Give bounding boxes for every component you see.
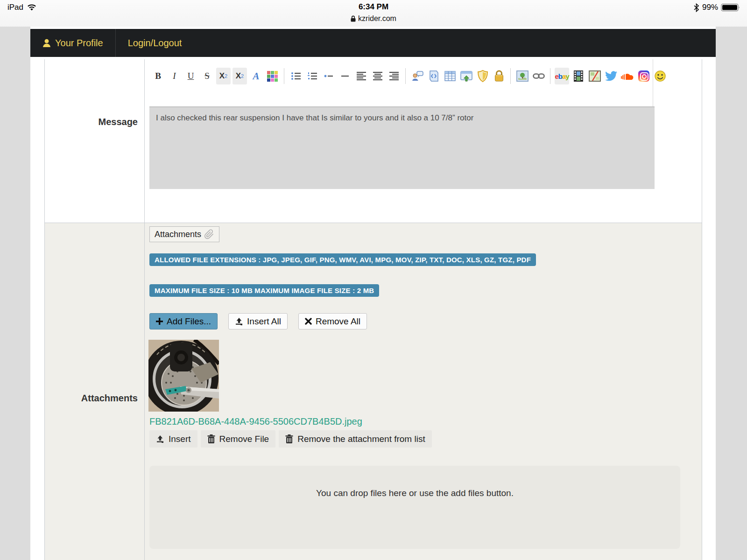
user-icon	[42, 39, 51, 48]
attachments-toggle-button[interactable]: Attachments	[149, 226, 219, 242]
align-right-icon[interactable]	[387, 68, 401, 84]
rich-text-toolbar: B I U S X2 X2 A	[151, 66, 683, 86]
lock-icon[interactable]	[492, 68, 506, 84]
indent-icon[interactable]	[321, 68, 336, 84]
remove-file-button[interactable]: Remove File	[201, 430, 276, 448]
map-icon[interactable]	[587, 68, 602, 84]
align-left-icon[interactable]	[354, 68, 368, 84]
bulleted-list-icon[interactable]	[289, 68, 303, 84]
x-icon	[305, 318, 312, 325]
color-palette-icon[interactable]	[265, 68, 280, 84]
file-dropzone[interactable]: You can drop files here or use the add f…	[149, 466, 680, 549]
url-bar[interactable]: kzrider.com	[0, 14, 747, 23]
underline-icon[interactable]: U	[183, 68, 198, 84]
soundcloud-icon[interactable]	[620, 68, 634, 84]
add-files-button[interactable]: Add Files...	[149, 313, 218, 329]
https-lock-icon	[351, 15, 356, 22]
align-center-icon[interactable]	[370, 68, 385, 84]
max-size-badge: MAXIMUM FILE SIZE : 10 MB MAXIMUM IMAGE …	[149, 284, 379, 297]
video-icon[interactable]	[571, 68, 585, 84]
message-row-label: Message	[44, 117, 138, 127]
toolbar-divider	[550, 68, 550, 84]
attachments-row-label: Attachments	[44, 393, 138, 404]
code-icon[interactable]	[426, 68, 441, 84]
screenshot-root: iPad 6:34 PM kzrider.com 99%	[0, 0, 747, 560]
upload-icon	[156, 435, 164, 443]
instagram-icon[interactable]	[636, 68, 651, 84]
clock: 6:34 PM	[0, 2, 747, 12]
site-navbar: Your Profile Login/Logout	[30, 29, 716, 57]
upload-icon	[235, 317, 243, 326]
paperclip-icon	[204, 229, 214, 240]
horizontal-rule-icon[interactable]	[338, 68, 352, 84]
plus-icon	[156, 318, 163, 325]
superscript-icon[interactable]: X2	[233, 68, 247, 84]
font-color-icon[interactable]: A	[249, 68, 263, 84]
strikethrough-icon[interactable]: S	[200, 68, 214, 84]
message-textarea[interactable]: I also checked this rear suspension I ha…	[149, 106, 655, 189]
quote-icon[interactable]	[410, 68, 424, 84]
nav-your-profile-label: Your Profile	[55, 38, 103, 49]
table-column-divider	[144, 59, 145, 560]
bold-icon[interactable]: B	[151, 68, 165, 84]
trash-icon	[285, 434, 293, 444]
ios-status-bar: iPad 6:34 PM kzrider.com 99%	[0, 0, 747, 27]
bluetooth-icon	[693, 3, 699, 12]
attachment-actions: Add Files... Insert All Remove All	[149, 313, 367, 329]
file-actions: Insert Remove File Remove the attachment…	[149, 430, 432, 448]
table-row-divider	[44, 223, 702, 223]
nav-your-profile[interactable]: Your Profile	[30, 29, 115, 57]
remove-attachment-button[interactable]: Remove the attachment from list	[279, 430, 432, 448]
page-popup-icon[interactable]	[459, 68, 473, 84]
toolbar-divider	[405, 68, 406, 84]
toolbar-divider	[510, 68, 511, 84]
link-icon[interactable]	[531, 68, 546, 84]
insert-all-button[interactable]: Insert All	[228, 313, 288, 329]
attachment-filename-link[interactable]: FB821A6D-B68A-448A-9456-5506CD7B4B5D.jpe…	[149, 416, 362, 427]
battery-percent: 99%	[702, 3, 718, 12]
nav-login-logout[interactable]: Login/Logout	[116, 29, 194, 57]
toolbar-divider	[284, 68, 284, 84]
editor-border	[653, 59, 653, 106]
table-icon[interactable]	[443, 68, 457, 84]
trash-icon	[207, 434, 215, 444]
shield-icon[interactable]	[475, 68, 490, 84]
insert-file-button[interactable]: Insert	[149, 430, 197, 448]
nav-login-logout-label: Login/Logout	[128, 38, 182, 49]
allowed-extensions-badge: ALLOWED FILE EXTENSIONS : JPG, JPEG, GIF…	[149, 253, 536, 266]
numbered-list-icon[interactable]	[305, 68, 319, 84]
emoticon-icon[interactable]	[653, 68, 667, 84]
table-left-border	[44, 59, 45, 560]
battery-icon	[721, 3, 740, 12]
dropzone-hint: You can drop files here or use the add f…	[149, 488, 680, 498]
ebay-icon[interactable]: ebay	[555, 68, 569, 84]
table-right-border	[702, 59, 702, 560]
italic-icon[interactable]: I	[167, 68, 182, 84]
remove-all-button[interactable]: Remove All	[298, 313, 367, 329]
site-domain: kzrider.com	[358, 14, 396, 23]
subscript-icon[interactable]: X2	[216, 68, 231, 84]
wheel-photo	[148, 340, 219, 412]
image-icon[interactable]	[515, 68, 529, 84]
twitter-icon[interactable]	[604, 68, 618, 84]
attachment-thumbnail[interactable]	[148, 340, 219, 412]
